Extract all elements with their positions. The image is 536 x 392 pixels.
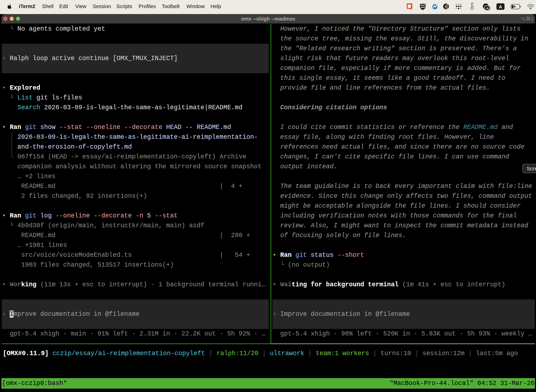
svg-text:..61: ..61 [485, 7, 489, 10]
svg-text:A: A [499, 4, 502, 9]
